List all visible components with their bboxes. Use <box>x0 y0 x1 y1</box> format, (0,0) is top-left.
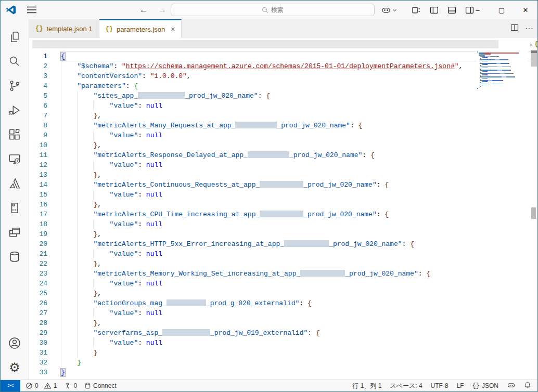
windows-icon[interactable] <box>3 220 26 244</box>
language-mode[interactable]: {} JSON <box>472 382 498 389</box>
line-number: 12 <box>29 160 61 170</box>
minimap-line <box>480 86 481 87</box>
activity-bar: ⚙ <box>1 19 29 380</box>
indent-guide <box>61 111 61 121</box>
run-debug-icon[interactable] <box>3 98 26 122</box>
remote-explorer-icon[interactable] <box>3 147 26 171</box>
maximize-button[interactable]: ▢ <box>490 1 514 19</box>
problems-button[interactable]: 0 1 <box>25 382 57 389</box>
code-line[interactable]: 29"serverfarms_asp__prod_jw_019_external… <box>29 328 537 338</box>
copilot-button[interactable] <box>381 5 397 15</box>
settings-gear-icon[interactable]: ⚙ <box>3 355 26 380</box>
remote-indicator[interactable]: >< <box>1 380 20 391</box>
extensions-icon[interactable] <box>3 122 26 147</box>
vertical-scrollbar[interactable] <box>530 50 537 380</box>
code-line[interactable]: 5"sites_app__prod_jw_020_name": { <box>29 91 537 101</box>
back-arrow-icon[interactable]: ← <box>137 5 150 15</box>
code-line[interactable]: 7}, <box>29 111 537 121</box>
breadcrumb-redacted-path <box>32 40 498 48</box>
code-line[interactable]: 14"metricAlerts_Continuous_Requests_at_a… <box>29 180 537 190</box>
toggle-panel-icon[interactable] <box>446 4 457 16</box>
code-line[interactable]: 3"contentVersion": "1.0.0.0", <box>29 71 537 81</box>
cursor-position[interactable]: 行 1、列 1 <box>352 382 381 390</box>
ports-button[interactable]: 0 <box>64 382 77 389</box>
code-line[interactable]: 25}, <box>29 289 537 298</box>
code-line[interactable]: 10}, <box>29 140 537 150</box>
code-token: , <box>97 260 101 268</box>
code-line[interactable]: 19}, <box>29 229 537 239</box>
indent-guide <box>61 200 61 210</box>
minimap-line <box>477 88 478 89</box>
database-icon[interactable] <box>3 244 26 269</box>
hamburger-menu-icon[interactable] <box>24 3 39 17</box>
code-token: : <box>142 72 150 80</box>
code-line[interactable]: 17"metricAlerts_CPU_Time_increasing_at_a… <box>29 210 537 219</box>
code-token: _prod_jw_020_name" <box>303 181 376 189</box>
minimize-button[interactable]: – <box>466 1 490 19</box>
tab-close-icon[interactable]: × <box>171 25 175 33</box>
code-line[interactable]: 26"actionGroups_mag__prod_g_020_external… <box>29 298 537 308</box>
code-line[interactable]: 6"value": null <box>29 101 537 111</box>
minimap-line <box>482 78 488 79</box>
code-line[interactable]: 4"parameters": { <box>29 81 537 91</box>
customize-layout-icon[interactable] <box>411 4 422 16</box>
copilot-status-icon[interactable] <box>507 381 516 391</box>
scrollbar-thumb[interactable] <box>531 53 537 67</box>
code-line[interactable]: 20"metricAlerts_HTTP_5xx_Error_increasin… <box>29 239 537 249</box>
code-line[interactable]: 31} <box>29 348 537 358</box>
split-editor-icon[interactable] <box>510 23 519 34</box>
code-line[interactable]: 23"metricAlerts_Memory_Working_Set_incre… <box>29 269 537 279</box>
json-file-icon: {} <box>106 25 113 33</box>
minimap[interactable] <box>476 51 528 98</box>
code-line[interactable]: 30"value": null <box>29 338 537 348</box>
code-line[interactable]: 2"$schema": "https://schema.management.a… <box>29 61 537 71</box>
minimap-segment <box>495 59 499 60</box>
code-token: : <box>377 181 385 189</box>
code-line[interactable]: 11"metricAlerts_Response_Delayed_at_app_… <box>29 150 537 160</box>
code-line[interactable]: 9"value": null <box>29 130 537 140</box>
code-line[interactable]: 24"value": null <box>29 279 537 289</box>
code-line[interactable]: 8"metricAlerts_Many_Requests_at_app__pro… <box>29 121 537 130</box>
forward-arrow-icon[interactable]: → <box>156 5 169 15</box>
container-icon[interactable] <box>3 195 26 220</box>
code-line[interactable]: 13}, <box>29 170 537 180</box>
encoding-setting[interactable]: UTF-8 <box>431 382 449 389</box>
code-line[interactable]: 1{ <box>29 51 537 61</box>
eol-setting[interactable]: LF <box>457 382 464 389</box>
code-line[interactable]: 22}, <box>29 259 537 269</box>
minimap-segment <box>493 84 503 85</box>
explorer-icon[interactable] <box>3 24 26 49</box>
indent-guide <box>61 71 61 81</box>
connect-button[interactable]: Connect <box>84 382 117 389</box>
source-control-icon[interactable] <box>3 73 26 98</box>
azure-icon[interactable] <box>3 171 26 195</box>
indentation-setting[interactable]: スペース: 4 <box>390 382 422 390</box>
accounts-icon[interactable] <box>3 331 26 355</box>
code-line[interactable]: 16}, <box>29 200 537 210</box>
close-button[interactable]: ✕ <box>514 1 537 19</box>
code-line[interactable]: 27"value": null <box>29 308 537 318</box>
breadcrumb[interactable]: › {} paramet <box>29 38 537 50</box>
code-token: _prod_g_020_externalid" <box>206 299 299 307</box>
code-line[interactable]: 32} <box>29 358 537 368</box>
toggle-primary-sidebar-icon[interactable] <box>428 4 440 16</box>
code-line[interactable]: 28}, <box>29 318 537 328</box>
notifications-bell-icon[interactable] <box>524 381 531 390</box>
code-lines[interactable]: 1{2"$schema": "https://schema.management… <box>29 51 537 377</box>
more-actions-icon[interactable]: ··· <box>525 24 533 33</box>
tab-template.json[interactable]: {}template.json 1 <box>29 19 99 38</box>
code-line[interactable]: 18"value": null <box>29 219 537 229</box>
indent-guide <box>61 210 61 219</box>
search-input[interactable]: 検索 <box>171 4 375 16</box>
code-line[interactable]: 12"value": null <box>29 160 537 170</box>
code-token: "metricAlerts_Continuous_Requests_at_app… <box>93 181 260 189</box>
code-line[interactable]: 21"value": null <box>29 249 537 259</box>
line-number: 11 <box>29 150 61 160</box>
code-editor[interactable]: 1{2"$schema": "https://schema.management… <box>29 50 537 380</box>
search-icon[interactable] <box>3 49 26 73</box>
indent-guide <box>61 289 61 298</box>
minimap-segment <box>500 73 505 74</box>
code-line[interactable]: 15"value": null <box>29 190 537 200</box>
code-line[interactable]: 33} <box>29 368 537 377</box>
tab-parameters.json[interactable]: {}parameters.json× <box>99 19 182 38</box>
